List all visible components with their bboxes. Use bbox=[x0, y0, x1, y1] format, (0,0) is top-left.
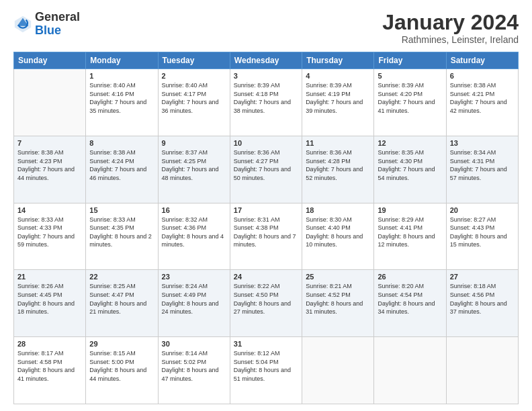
day-info: Sunrise: 8:18 AM Sunset: 4:56 PM Dayligh… bbox=[450, 282, 515, 316]
day-number: 16 bbox=[162, 206, 226, 214]
day-number: 19 bbox=[378, 206, 442, 214]
day-number: 11 bbox=[306, 139, 370, 147]
day-number: 7 bbox=[17, 139, 82, 147]
calendar-cell: 13Sunrise: 8:34 AM Sunset: 4:31 PM Dayli… bbox=[446, 136, 518, 203]
location-subtitle: Rathmines, Leinster, Ireland bbox=[382, 34, 519, 45]
calendar-cell: 24Sunrise: 8:22 AM Sunset: 4:50 PM Dayli… bbox=[230, 270, 302, 337]
calendar-cell: 19Sunrise: 8:29 AM Sunset: 4:41 PM Dayli… bbox=[374, 203, 446, 270]
logo-blue: Blue bbox=[35, 24, 61, 37]
calendar-cell: 4Sunrise: 8:39 AM Sunset: 4:19 PM Daylig… bbox=[302, 69, 374, 136]
day-info: Sunrise: 8:15 AM Sunset: 5:00 PM Dayligh… bbox=[89, 349, 154, 383]
day-number: 2 bbox=[162, 72, 226, 80]
day-info: Sunrise: 8:39 AM Sunset: 4:18 PM Dayligh… bbox=[234, 81, 298, 115]
day-number: 4 bbox=[306, 72, 370, 80]
col-tuesday: Tuesday bbox=[158, 52, 230, 69]
day-number: 15 bbox=[89, 206, 154, 214]
day-number: 12 bbox=[378, 139, 442, 147]
calendar-cell: 15Sunrise: 8:33 AM Sunset: 4:35 PM Dayli… bbox=[86, 203, 158, 270]
calendar-cell: 2Sunrise: 8:40 AM Sunset: 4:17 PM Daylig… bbox=[158, 69, 230, 136]
day-info: Sunrise: 8:36 AM Sunset: 4:27 PM Dayligh… bbox=[234, 148, 298, 182]
col-wednesday: Wednesday bbox=[230, 52, 302, 69]
day-number: 31 bbox=[234, 340, 298, 348]
day-number: 5 bbox=[378, 72, 442, 80]
day-number: 3 bbox=[234, 72, 298, 80]
day-info: Sunrise: 8:35 AM Sunset: 4:30 PM Dayligh… bbox=[378, 148, 442, 182]
week-row-5: 28Sunrise: 8:17 AM Sunset: 4:58 PM Dayli… bbox=[14, 337, 519, 404]
day-number: 9 bbox=[162, 139, 226, 147]
day-info: Sunrise: 8:20 AM Sunset: 4:54 PM Dayligh… bbox=[378, 282, 442, 316]
day-number: 17 bbox=[234, 206, 298, 214]
day-info: Sunrise: 8:31 AM Sunset: 4:38 PM Dayligh… bbox=[234, 216, 298, 249]
day-number: 24 bbox=[234, 273, 298, 281]
day-number: 13 bbox=[450, 139, 515, 147]
calendar-cell: 22Sunrise: 8:25 AM Sunset: 4:47 PM Dayli… bbox=[86, 270, 158, 337]
calendar-cell: 16Sunrise: 8:32 AM Sunset: 4:36 PM Dayli… bbox=[158, 203, 230, 270]
day-info: Sunrise: 8:22 AM Sunset: 4:50 PM Dayligh… bbox=[234, 282, 298, 316]
day-number: 29 bbox=[89, 340, 154, 348]
day-info: Sunrise: 8:14 AM Sunset: 5:02 PM Dayligh… bbox=[162, 349, 226, 383]
calendar-cell: 6Sunrise: 8:38 AM Sunset: 4:21 PM Daylig… bbox=[446, 69, 518, 136]
col-saturday: Saturday bbox=[446, 52, 518, 69]
day-number: 26 bbox=[378, 273, 442, 281]
day-number: 25 bbox=[306, 273, 370, 281]
logo-icon bbox=[13, 15, 32, 34]
col-thursday: Thursday bbox=[302, 52, 374, 69]
calendar-cell: 30Sunrise: 8:14 AM Sunset: 5:02 PM Dayli… bbox=[158, 337, 230, 404]
calendar-cell: 25Sunrise: 8:21 AM Sunset: 4:52 PM Dayli… bbox=[302, 270, 374, 337]
day-number: 1 bbox=[89, 72, 154, 80]
day-number: 6 bbox=[450, 72, 515, 80]
day-info: Sunrise: 8:37 AM Sunset: 4:25 PM Dayligh… bbox=[162, 148, 226, 182]
calendar-cell: 26Sunrise: 8:20 AM Sunset: 4:54 PM Dayli… bbox=[374, 270, 446, 337]
day-info: Sunrise: 8:38 AM Sunset: 4:24 PM Dayligh… bbox=[89, 148, 154, 182]
col-monday: Monday bbox=[86, 52, 158, 69]
calendar-cell: 7Sunrise: 8:38 AM Sunset: 4:23 PM Daylig… bbox=[14, 136, 86, 203]
calendar-cell: 12Sunrise: 8:35 AM Sunset: 4:30 PM Dayli… bbox=[374, 136, 446, 203]
day-number: 8 bbox=[89, 139, 154, 147]
day-info: Sunrise: 8:36 AM Sunset: 4:28 PM Dayligh… bbox=[306, 148, 370, 182]
calendar-table: Sunday Monday Tuesday Wednesday Thursday… bbox=[13, 52, 519, 404]
day-number: 28 bbox=[17, 340, 82, 348]
col-friday: Friday bbox=[374, 52, 446, 69]
day-info: Sunrise: 8:32 AM Sunset: 4:36 PM Dayligh… bbox=[162, 216, 226, 249]
day-info: Sunrise: 8:17 AM Sunset: 4:58 PM Dayligh… bbox=[17, 349, 82, 383]
month-title: January 2024 bbox=[382, 11, 519, 34]
day-info: Sunrise: 8:30 AM Sunset: 4:40 PM Dayligh… bbox=[306, 216, 370, 249]
day-info: Sunrise: 8:33 AM Sunset: 4:33 PM Dayligh… bbox=[17, 216, 82, 249]
calendar-cell: 21Sunrise: 8:26 AM Sunset: 4:45 PM Dayli… bbox=[14, 270, 86, 337]
calendar-cell: 5Sunrise: 8:39 AM Sunset: 4:20 PM Daylig… bbox=[374, 69, 446, 136]
day-info: Sunrise: 8:33 AM Sunset: 4:35 PM Dayligh… bbox=[89, 216, 154, 249]
day-number: 14 bbox=[17, 206, 82, 214]
day-info: Sunrise: 8:39 AM Sunset: 4:20 PM Dayligh… bbox=[378, 81, 442, 115]
day-info: Sunrise: 8:40 AM Sunset: 4:17 PM Dayligh… bbox=[162, 81, 226, 115]
week-row-4: 21Sunrise: 8:26 AM Sunset: 4:45 PM Dayli… bbox=[14, 270, 519, 337]
day-info: Sunrise: 8:24 AM Sunset: 4:49 PM Dayligh… bbox=[162, 282, 226, 316]
calendar-cell bbox=[14, 69, 86, 136]
day-number: 20 bbox=[450, 206, 515, 214]
page: General Blue January 2024 Rathmines, Lei… bbox=[0, 0, 532, 411]
week-row-1: 1Sunrise: 8:40 AM Sunset: 4:16 PM Daylig… bbox=[14, 69, 519, 136]
calendar-cell: 9Sunrise: 8:37 AM Sunset: 4:25 PM Daylig… bbox=[158, 136, 230, 203]
calendar-cell: 18Sunrise: 8:30 AM Sunset: 4:40 PM Dayli… bbox=[302, 203, 374, 270]
week-row-3: 14Sunrise: 8:33 AM Sunset: 4:33 PM Dayli… bbox=[14, 203, 519, 270]
calendar-cell: 28Sunrise: 8:17 AM Sunset: 4:58 PM Dayli… bbox=[14, 337, 86, 404]
day-number: 18 bbox=[306, 206, 370, 214]
calendar-cell bbox=[374, 337, 446, 404]
calendar-cell: 23Sunrise: 8:24 AM Sunset: 4:49 PM Dayli… bbox=[158, 270, 230, 337]
logo-text: General Blue bbox=[35, 11, 80, 38]
day-number: 21 bbox=[17, 273, 82, 281]
logo-general: General bbox=[35, 10, 80, 24]
calendar-cell bbox=[446, 337, 518, 404]
calendar-cell: 14Sunrise: 8:33 AM Sunset: 4:33 PM Dayli… bbox=[14, 203, 86, 270]
day-info: Sunrise: 8:27 AM Sunset: 4:43 PM Dayligh… bbox=[450, 216, 515, 249]
day-info: Sunrise: 8:25 AM Sunset: 4:47 PM Dayligh… bbox=[89, 282, 154, 316]
calendar-cell bbox=[302, 337, 374, 404]
calendar-cell: 1Sunrise: 8:40 AM Sunset: 4:16 PM Daylig… bbox=[86, 69, 158, 136]
calendar-cell: 17Sunrise: 8:31 AM Sunset: 4:38 PM Dayli… bbox=[230, 203, 302, 270]
day-info: Sunrise: 8:21 AM Sunset: 4:52 PM Dayligh… bbox=[306, 282, 370, 316]
day-number: 27 bbox=[450, 273, 515, 281]
day-number: 10 bbox=[234, 139, 298, 147]
calendar-cell: 8Sunrise: 8:38 AM Sunset: 4:24 PM Daylig… bbox=[86, 136, 158, 203]
col-sunday: Sunday bbox=[14, 52, 86, 69]
day-info: Sunrise: 8:39 AM Sunset: 4:19 PM Dayligh… bbox=[306, 81, 370, 115]
day-info: Sunrise: 8:40 AM Sunset: 4:16 PM Dayligh… bbox=[89, 81, 154, 115]
